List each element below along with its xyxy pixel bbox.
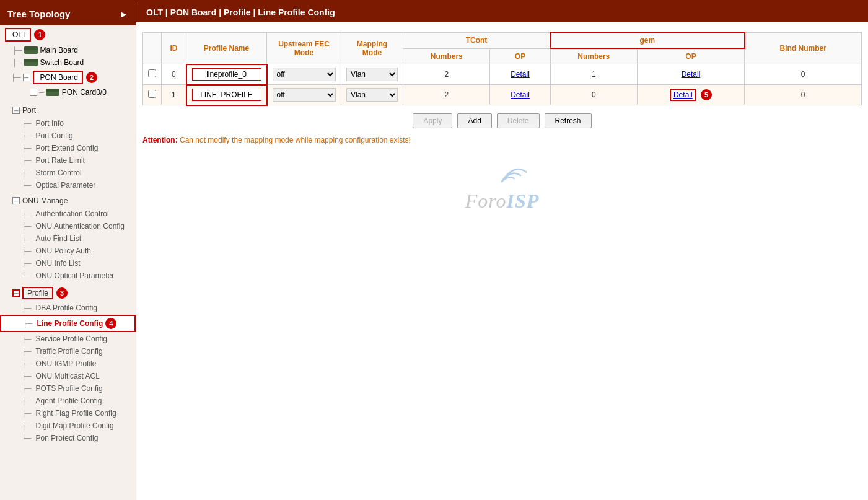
menu-item-line-profile-config[interactable]: ├─ Line Profile Config 4 bbox=[0, 315, 136, 332]
menu-item-agent-profile-config[interactable]: ├─ Agent Profile Config bbox=[0, 395, 136, 407]
add-button[interactable]: Add bbox=[457, 113, 491, 128]
row0-tcont-op: Detail bbox=[490, 64, 550, 85]
menu-item-right-flag-profile-config[interactable]: ├─ Right Flag Profile Config bbox=[0, 407, 136, 419]
menu-item-pots-profile-config[interactable]: ├─ POTS Profile Config bbox=[0, 382, 136, 395]
port-extend-config-label: Port Extend Config bbox=[36, 144, 99, 152]
row1-tcont-op: Detail bbox=[490, 85, 550, 105]
menu-item-auth-control[interactable]: ├─ Authentication Control bbox=[0, 208, 136, 220]
row1-checkbox[interactable] bbox=[148, 90, 156, 98]
row0-tcont-numbers: 2 bbox=[403, 64, 490, 85]
row0-fec-select[interactable]: off on bbox=[273, 68, 336, 81]
apply-button[interactable]: Apply bbox=[413, 113, 452, 128]
attention-label: Attention: bbox=[142, 136, 178, 144]
breadcrumb-bar: OLT | PON Board | Profile | Line Profile… bbox=[136, 2, 868, 22]
row0-tcont-detail-link[interactable]: Detail bbox=[511, 70, 530, 79]
row1-profile-name-input[interactable] bbox=[192, 89, 261, 101]
connector-icon: ─ bbox=[39, 89, 44, 96]
switch-board-label: Switch Board bbox=[40, 58, 84, 67]
tree-item-switch-board[interactable]: ├─ Switch Board bbox=[0, 56, 136, 69]
delete-button[interactable]: Delete bbox=[497, 113, 540, 128]
onu-manage-header[interactable]: ─ ONU Manage bbox=[0, 194, 136, 208]
menu-item-onu-multicast-acl[interactable]: ├─ ONU Multicast ACL bbox=[0, 370, 136, 382]
tree-item-pon-card[interactable]: ─ PON Card0/0 bbox=[0, 86, 136, 99]
onu-multicast-acl-label: ONU Multicast ACL bbox=[36, 372, 100, 380]
row1-gem-detail-link[interactable]: Detail bbox=[670, 89, 696, 101]
attention-message: Can not modify the mapping mode while ma… bbox=[180, 136, 411, 144]
menu-item-traffic-profile-config[interactable]: ├─ Traffic Profile Config bbox=[0, 345, 136, 357]
connector-icon: ├─ bbox=[12, 59, 22, 66]
sidebar-title: Tree Topology bbox=[7, 9, 70, 19]
olt-label: OLT bbox=[12, 30, 26, 39]
port-info-label: Port Info bbox=[36, 119, 64, 128]
row0-gem-op: Detail bbox=[637, 64, 744, 85]
olt-box: OLT bbox=[5, 28, 31, 42]
row1-tcont-numbers: 2 bbox=[403, 85, 490, 105]
app-container: Tree Topology ► OLT 1 ├─ Main Board bbox=[0, 0, 868, 500]
row0-id: 0 bbox=[162, 64, 186, 85]
menu-item-optical-parameter[interactable]: └─ Optical Parameter bbox=[0, 179, 136, 191]
row1-checkbox-cell bbox=[143, 85, 162, 105]
th-tcont: TCont bbox=[403, 32, 551, 48]
menu-item-onu-policy-auth[interactable]: ├─ ONU Policy Auth bbox=[0, 245, 136, 257]
service-profile-config-label: Service Profile Config bbox=[36, 335, 107, 343]
switch-board-icon bbox=[24, 59, 38, 66]
row1-mapping-select[interactable]: Vlan GemPort TpId bbox=[346, 88, 398, 102]
row0-fec-cell: off on bbox=[267, 64, 341, 85]
row1-fec-select[interactable]: off on bbox=[273, 88, 336, 102]
pots-profile-config-label: POTS Profile Config bbox=[36, 384, 103, 393]
onu-manage-checkbox[interactable]: ─ bbox=[12, 197, 20, 204]
row0-checkbox[interactable] bbox=[148, 69, 156, 77]
pon-card-label: PON Card0/0 bbox=[62, 88, 107, 97]
menu-item-service-profile-config[interactable]: ├─ Service Profile Config bbox=[0, 333, 136, 345]
breadcrumb: OLT | PON Board | Profile | Line Profile… bbox=[146, 7, 335, 17]
menu-item-digit-map-profile-config[interactable]: ├─ Digit Map Profile Config bbox=[0, 419, 136, 432]
row1-mapping-cell: Vlan GemPort TpId bbox=[341, 85, 403, 105]
menu-item-onu-igmp-profile[interactable]: ├─ ONU IGMP Profile bbox=[0, 357, 136, 370]
th-tcont-op: OP bbox=[490, 48, 550, 64]
refresh-button[interactable]: Refresh bbox=[545, 113, 592, 128]
main-board-icon bbox=[24, 46, 38, 54]
tree-item-main-board[interactable]: ├─ Main Board bbox=[0, 44, 136, 56]
row1-bind-number: 0 bbox=[745, 85, 862, 105]
menu-item-onu-auth-config[interactable]: ├─ ONU Authentication Config bbox=[0, 220, 136, 232]
pon-card-checkbox[interactable] bbox=[30, 89, 37, 96]
main-layout: Tree Topology ► OLT 1 ├─ Main Board bbox=[0, 2, 868, 500]
profile-section-header[interactable]: ─ Profile 3 bbox=[0, 284, 136, 302]
row0-profile-name-cell bbox=[186, 64, 267, 85]
row1-tcont-detail-link[interactable]: Detail bbox=[511, 90, 530, 99]
menu-item-port-extend-config[interactable]: ├─ Port Extend Config bbox=[0, 142, 136, 154]
dba-profile-config-label: DBA Profile Config bbox=[36, 304, 97, 312]
menu-item-port-rate-limit[interactable]: ├─ Port Rate Limit bbox=[0, 154, 136, 167]
row0-gem-detail-link[interactable]: Detail bbox=[682, 70, 701, 79]
menu-item-pon-protect-config[interactable]: └─ Pon Protect Config bbox=[0, 432, 136, 444]
digit-map-profile-config-label: Digit Map Profile Config bbox=[36, 421, 114, 430]
row0-bind-number: 0 bbox=[745, 64, 862, 85]
row0-profile-name-input[interactable] bbox=[192, 68, 261, 81]
row1-fec-cell: off on bbox=[267, 85, 341, 105]
tree-item-olt[interactable]: OLT 1 bbox=[0, 25, 136, 44]
row0-gem-numbers: 1 bbox=[550, 64, 637, 85]
port-checkbox[interactable]: ─ bbox=[12, 107, 20, 114]
menu-item-auto-find-list[interactable]: ├─ Auto Find List bbox=[0, 232, 136, 245]
menu-item-storm-control[interactable]: ├─ Storm Control bbox=[0, 167, 136, 179]
menu-item-onu-optical-param[interactable]: └─ ONU Optical Parameter bbox=[0, 270, 136, 282]
menu-item-onu-info-list[interactable]: ├─ ONU Info List bbox=[0, 257, 136, 270]
onu-igmp-profile-label: ONU IGMP Profile bbox=[36, 359, 97, 368]
port-section-label: Port bbox=[22, 106, 36, 115]
menu-item-dba-profile-config[interactable]: ├─ DBA Profile Config bbox=[0, 302, 136, 314]
row0-mapping-select[interactable]: Vlan GemPort TpId bbox=[346, 68, 398, 81]
menu-item-port-config[interactable]: ├─ Port Config bbox=[0, 129, 136, 142]
pon-board-checkbox[interactable]: ─ bbox=[23, 74, 30, 81]
th-gem-numbers: Numbers bbox=[550, 48, 637, 64]
tree-item-pon-board[interactable]: ├─ ─ PON Board 2 bbox=[0, 69, 136, 86]
onu-optical-param-label: ONU Optical Parameter bbox=[36, 271, 115, 280]
collapse-arrow-icon[interactable]: ► bbox=[120, 9, 128, 19]
menu-item-port-info[interactable]: ├─ Port Info bbox=[0, 117, 136, 129]
row1-id: 1 bbox=[162, 85, 186, 105]
profile-checkbox[interactable]: ─ bbox=[12, 289, 20, 297]
connector-icon: ├─ bbox=[11, 74, 21, 81]
right-flag-profile-config-label: Right Flag Profile Config bbox=[36, 409, 116, 418]
port-section-header[interactable]: ─ Port bbox=[0, 103, 136, 117]
th-tcont-numbers: Numbers bbox=[403, 48, 490, 64]
pon-board-label: PON Board bbox=[40, 73, 78, 82]
